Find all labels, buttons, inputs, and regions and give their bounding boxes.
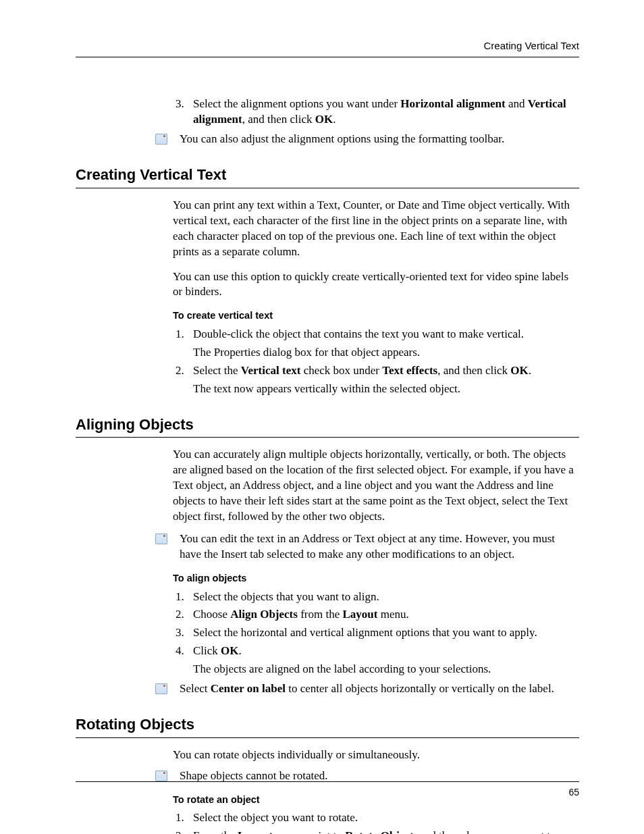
section2-subhead: To align objects	[173, 572, 579, 585]
section2-body: You can accurately align multiple object…	[173, 447, 579, 697]
page-number: 65	[568, 787, 579, 798]
note-icon	[155, 134, 167, 145]
note-text: You can also adjust the alignment option…	[176, 132, 579, 147]
step-text: Choose Align Objects from the Layout men…	[193, 608, 409, 621]
section1-step-1: 1. Double-click the object that contains…	[173, 327, 579, 361]
step-number: 2.	[176, 829, 184, 834]
step-number: 1.	[176, 810, 184, 826]
section-heading-creating-vertical-text: Creating Vertical Text	[76, 165, 579, 188]
running-title: Creating Vertical Text	[484, 40, 579, 51]
section3-step-1: 1. Select the object you want to rotate.	[173, 810, 579, 826]
note-text: Select Center on label to center all obj…	[176, 681, 579, 697]
step-text: Select the objects that you want to alig…	[193, 590, 379, 603]
note-icon	[155, 533, 167, 544]
note-icon	[155, 771, 167, 781]
page-footer: 65	[76, 781, 579, 799]
section2-step-1: 1. Select the objects that you want to a…	[173, 590, 579, 605]
section2-note1: You can edit the text in an Address or T…	[173, 531, 579, 563]
step-text: Double-click the object that contains th…	[193, 328, 524, 340]
step-text: Select the object you want to rotate.	[193, 811, 358, 824]
step-sub: The objects are aligned on the label acc…	[193, 662, 579, 677]
step-number: 4.	[176, 644, 184, 659]
section2-steps: 1. Select the objects that you want to a…	[173, 590, 579, 678]
step-number: 1.	[176, 327, 184, 342]
intro-step-3: 3. Select the alignment options you want…	[173, 97, 579, 128]
section2-p1: You can accurately align multiple object…	[173, 447, 579, 525]
section2-note2: Select Center on label to center all obj…	[173, 681, 579, 697]
step-number: 3.	[176, 97, 184, 112]
intro-continuation: 3. Select the alignment options you want…	[173, 97, 579, 147]
intro-steps: 3. Select the alignment options you want…	[173, 97, 579, 128]
section3-p1: You can rotate objects individually or s…	[173, 748, 579, 763]
step-number: 2.	[176, 607, 184, 623]
note-text: You can edit the text in an Address or T…	[176, 531, 579, 563]
section2-step-3: 3. Select the horizontal and vertical al…	[173, 625, 579, 641]
section2-step-2: 2. Choose Align Objects from the Layout …	[173, 607, 579, 623]
page: Creating Vertical Text 3. Select the ali…	[0, 0, 644, 834]
section3-step-2: 2. From the Layout menu, point to Rotate…	[173, 829, 579, 834]
step-sub: The Properties dialog box for that objec…	[193, 345, 579, 361]
step-number: 3.	[176, 625, 184, 641]
step-text: From the Layout menu, point to Rotate Ob…	[193, 829, 556, 834]
step-number: 2.	[176, 363, 184, 379]
section1-body: You can print any text within a Text, Co…	[173, 198, 579, 397]
section1-subhead: To create vertical text	[173, 309, 579, 323]
step-sub: The text now appears vertically within t…	[193, 382, 579, 397]
section1-steps: 1. Double-click the object that contains…	[173, 327, 579, 397]
step-text: Click OK.	[193, 644, 242, 657]
section3-steps: 1. Select the object you want to rotate.…	[173, 810, 579, 834]
step-number: 1.	[176, 590, 184, 605]
running-header: Creating Vertical Text	[76, 39, 579, 57]
section1-step-2: 2. Select the Vertical text check box un…	[173, 363, 579, 397]
section1-p2: You can use this option to quickly creat…	[173, 269, 579, 301]
step-text: Select the alignment options you want un…	[193, 97, 566, 126]
intro-note: You can also adjust the alignment option…	[173, 132, 579, 147]
section1-p1: You can print any text within a Text, Co…	[173, 198, 579, 260]
note-icon	[155, 683, 167, 694]
section2-step-4: 4. Click OK. The objects are aligned on …	[173, 644, 579, 677]
step-text: Select the horizontal and vertical align…	[193, 626, 537, 639]
section-heading-rotating-objects: Rotating Objects	[76, 714, 579, 738]
step-text: Select the Vertical text check box under…	[193, 364, 531, 377]
section-heading-aligning-objects: Aligning Objects	[76, 415, 579, 438]
